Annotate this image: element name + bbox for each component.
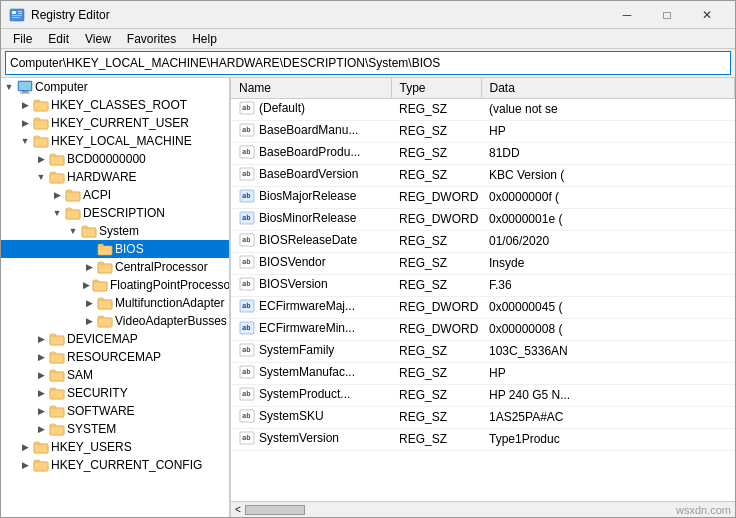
column-type[interactable]: Type: [391, 78, 481, 98]
tree-label: HARDWARE: [67, 170, 137, 184]
horizontal-scrollbar[interactable]: [245, 505, 305, 515]
tree-item-centralprocessor[interactable]: ▶ CentralProcessor: [1, 258, 229, 276]
tree-item-hardware[interactable]: ▼ HARDWARE: [1, 168, 229, 186]
cell-data: 81DD: [481, 142, 735, 164]
svg-rect-3: [18, 13, 22, 14]
tree-item-acpi[interactable]: ▶ ACPI: [1, 186, 229, 204]
table-row[interactable]: abSystemSKU REG_SZ 1AS25PA#AC: [231, 406, 735, 428]
svg-rect-11: [34, 120, 48, 129]
svg-text:ab: ab: [242, 148, 250, 156]
svg-rect-28: [50, 426, 64, 435]
tree-item-videoadapterbusses[interactable]: ▶ VideoAdapterBusses: [1, 312, 229, 330]
cell-type: REG_SZ: [391, 384, 481, 406]
cell-type: REG_SZ: [391, 142, 481, 164]
table-row[interactable]: abECFirmwareMaj... REG_DWORD 0x00000045 …: [231, 296, 735, 318]
tree-item-hklm[interactable]: ▼ HKEY_LOCAL_MACHINE: [1, 132, 229, 150]
window-controls: ─ □ ✕: [607, 1, 727, 29]
tree-label: DESCRIPTION: [83, 206, 165, 220]
tree-item-description[interactable]: ▼ DESCRIPTION: [1, 204, 229, 222]
table-row[interactable]: abBiosMajorRelease REG_DWORD 0x0000000f …: [231, 186, 735, 208]
table-row[interactable]: abSystemManufac... REG_SZ HP: [231, 362, 735, 384]
address-bar[interactable]: Computer\HKEY_LOCAL_MACHINE\HARDWARE\DES…: [5, 51, 731, 75]
tree-item-devicemap[interactable]: ▶ DEVICEMAP: [1, 330, 229, 348]
tree-item-multifunctionadapter[interactable]: ▶ MultifunctionAdapter: [1, 294, 229, 312]
registry-editor-window: Registry Editor ─ □ ✕ File Edit View Fav…: [0, 0, 736, 518]
table-scroll[interactable]: Name Type Data ab(Default) REG_SZ (value…: [231, 78, 735, 501]
menu-file[interactable]: File: [5, 30, 40, 48]
svg-rect-19: [98, 264, 112, 273]
svg-rect-7: [19, 82, 31, 90]
table-row[interactable]: ab(Default) REG_SZ (value not se: [231, 98, 735, 120]
table-row[interactable]: abBaseBoardVersion REG_SZ KBC Version (: [231, 164, 735, 186]
svg-rect-14: [50, 174, 64, 183]
watermark: wsxdn.com: [676, 504, 731, 516]
cell-name: abBaseBoardManu...: [231, 120, 391, 142]
table-row[interactable]: abBIOSReleaseDate REG_SZ 01/06/2020: [231, 230, 735, 252]
cell-data: Insyde: [481, 252, 735, 274]
svg-rect-15: [66, 192, 80, 201]
table-row[interactable]: abBIOSVendor REG_SZ Insyde: [231, 252, 735, 274]
cell-data: HP 240 G5 N...: [481, 384, 735, 406]
menu-edit[interactable]: Edit: [40, 30, 77, 48]
tree-item-system2[interactable]: ▶ SYSTEM: [1, 420, 229, 438]
svg-text:ab: ab: [242, 368, 250, 376]
cell-type: REG_SZ: [391, 406, 481, 428]
svg-text:ab: ab: [242, 170, 250, 178]
cell-name: abBIOSVendor: [231, 252, 391, 274]
tree-label: SECURITY: [67, 386, 128, 400]
tree-item-hkcc[interactable]: ▶ HKEY_CURRENT_CONFIG: [1, 456, 229, 474]
maximize-button[interactable]: □: [647, 1, 687, 29]
column-name[interactable]: Name: [231, 78, 391, 98]
tree-item-system[interactable]: ▼ System: [1, 222, 229, 240]
table-row[interactable]: abBaseBoardManu... REG_SZ HP: [231, 120, 735, 142]
menu-view[interactable]: View: [77, 30, 119, 48]
column-data[interactable]: Data: [481, 78, 735, 98]
app-icon: [9, 7, 25, 23]
menu-favorites[interactable]: Favorites: [119, 30, 184, 48]
tree-label: Computer: [35, 80, 88, 94]
table-row[interactable]: abSystemProduct... REG_SZ HP 240 G5 N...: [231, 384, 735, 406]
table-row[interactable]: abSystemVersion REG_SZ Type1Produc: [231, 428, 735, 450]
table-row[interactable]: abBiosMinorRelease REG_DWORD 0x0000001e …: [231, 208, 735, 230]
table-row[interactable]: abSystemFamily REG_SZ 103C_5336AN: [231, 340, 735, 362]
cell-type: REG_DWORD: [391, 296, 481, 318]
tree-item-sam[interactable]: ▶ SAM: [1, 366, 229, 384]
minimize-button[interactable]: ─: [607, 1, 647, 29]
tree-item-floatingpointprocessor[interactable]: ▶ FloatingPointProcessor: [1, 276, 229, 294]
table-row[interactable]: abBaseBoardProdu... REG_SZ 81DD: [231, 142, 735, 164]
tree-item-hkcu[interactable]: ▶ HKEY_CURRENT_USER: [1, 114, 229, 132]
close-button[interactable]: ✕: [687, 1, 727, 29]
tree-item-hku[interactable]: ▶ HKEY_USERS: [1, 438, 229, 456]
cell-type: REG_SZ: [391, 274, 481, 296]
menu-help[interactable]: Help: [184, 30, 225, 48]
tree-label: CentralProcessor: [115, 260, 208, 274]
svg-rect-21: [98, 300, 112, 309]
cell-data: 103C_5336AN: [481, 340, 735, 362]
tree-item-security[interactable]: ▶ SECURITY: [1, 384, 229, 402]
svg-rect-2: [18, 11, 22, 12]
table-row[interactable]: abECFirmwareMin... REG_DWORD 0x00000008 …: [231, 318, 735, 340]
svg-rect-29: [34, 444, 48, 453]
table-row[interactable]: abBIOSVersion REG_SZ F.36: [231, 274, 735, 296]
tree-item-bcd[interactable]: ▶ BCD00000000: [1, 150, 229, 168]
cell-type: REG_DWORD: [391, 186, 481, 208]
tree-label: SYSTEM: [67, 422, 116, 436]
tree-label: SAM: [67, 368, 93, 382]
tree-item-computer[interactable]: ▼ Computer: [1, 78, 229, 96]
cell-type: REG_SZ: [391, 362, 481, 384]
tree-label: DEVICEMAP: [67, 332, 138, 346]
cell-name: abBiosMinorRelease: [231, 208, 391, 230]
cell-data: 0x0000000f (: [481, 186, 735, 208]
registry-tree[interactable]: ▼ Computer▶ HKEY_CLASSES_ROOT▶ HKEY_CURR…: [1, 78, 231, 517]
cell-name: abSystemProduct...: [231, 384, 391, 406]
tree-item-bios[interactable]: BIOS: [1, 240, 229, 258]
tree-item-software[interactable]: ▶ SOFTWARE: [1, 402, 229, 420]
cell-data: 0x00000008 (: [481, 318, 735, 340]
cell-data: HP: [481, 120, 735, 142]
tree-item-resourcemap[interactable]: ▶ RESOURCEMAP: [1, 348, 229, 366]
svg-rect-9: [20, 93, 30, 94]
cell-data: F.36: [481, 274, 735, 296]
tree-item-hkcr[interactable]: ▶ HKEY_CLASSES_ROOT: [1, 96, 229, 114]
cell-name: abECFirmwareMaj...: [231, 296, 391, 318]
tree-label: HKEY_CURRENT_CONFIG: [51, 458, 202, 472]
